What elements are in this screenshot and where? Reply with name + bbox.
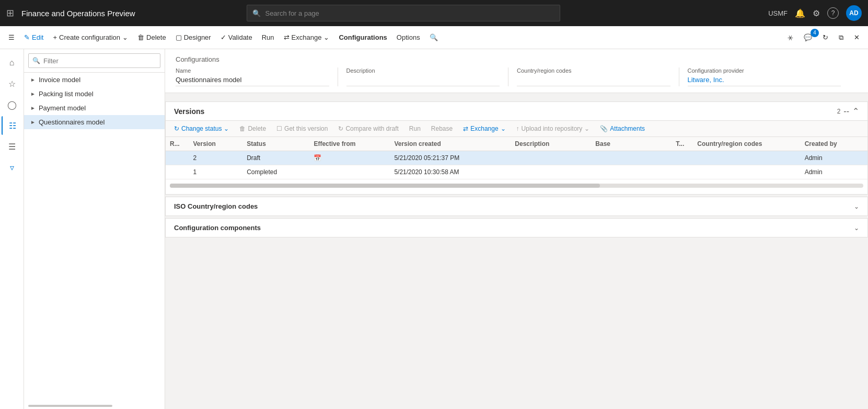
run-button[interactable]: Run (258, 31, 279, 43)
change-status-chevron: ⌄ (224, 125, 229, 132)
versions-table-body: 2 Draft 📅 5/21/2020 05:21:37 PM (166, 151, 867, 179)
compare-with-draft-button[interactable]: ↻ Compare with draft (334, 123, 402, 134)
search-box[interactable]: 🔍 Search for a page (247, 5, 560, 21)
versions-run-button[interactable]: Run (405, 123, 425, 134)
options-button[interactable]: Options (392, 31, 424, 43)
sidebar-recent[interactable]: ◯ (2, 95, 22, 114)
search-cmd-button[interactable]: 🔍 (425, 31, 442, 43)
versions-exchange-chevron: ⌄ (501, 125, 506, 132)
versions-exchange-icon: ⇄ (463, 125, 468, 132)
user-label: USMF (768, 9, 788, 17)
config-field-provider: Configuration provider Litware, Inc. (688, 67, 850, 86)
sidebar-favorites[interactable]: ☆ (2, 74, 22, 93)
config-provider-value[interactable]: Litware, Inc. (688, 76, 841, 86)
filter-input-wrap: 🔍 (28, 53, 160, 68)
tree-item-packing[interactable]: ► Packing list model (24, 87, 165, 101)
versions-collapse-icon[interactable]: ⌃ (852, 106, 859, 116)
configurations-button[interactable]: Configurations (334, 31, 391, 43)
versions-table-head: R... Version Status Effective from Versi… (166, 137, 867, 151)
cell-country-2 (693, 165, 800, 179)
attachments-button[interactable]: 📎 Attachments (596, 123, 649, 134)
rebase-button[interactable]: Rebase (427, 123, 457, 134)
refresh-button[interactable]: ↻ (818, 31, 832, 44)
delete-button[interactable]: 🗑 Delete (133, 31, 170, 43)
tree-panel: 🔍 ► Invoice model ► Packing list model ►… (24, 49, 165, 409)
main-content: Versions 2 -- ⌃ ↻ Change status ⌄ (165, 97, 868, 237)
chevron-down-icon: ⌄ (122, 33, 128, 41)
tree-item-questionnaires-label: Questionnaires model (39, 118, 105, 126)
designer-button[interactable]: ▢ Designer (171, 31, 215, 43)
compare-icon: ↻ (338, 125, 343, 132)
close-button[interactable]: ✕ (850, 31, 864, 44)
versions-delete-button[interactable]: 🗑 Delete (235, 123, 270, 134)
col-country-region: Country/region codes (693, 137, 800, 151)
exchange-icon: ⇄ (284, 33, 290, 41)
sidebar-active-item[interactable]: ☷ (2, 116, 22, 135)
close-icon: ✕ (854, 33, 860, 41)
table-row[interactable]: 2 Draft 📅 5/21/2020 05:21:37 PM (166, 151, 867, 165)
tree-chevron-questionnaires: ► (30, 119, 36, 125)
version-toolbar: ↻ Change status ⌄ 🗑 Delete ☐ Get this ve… (166, 121, 867, 137)
config-desc-value (346, 76, 500, 86)
sidebar-home[interactable]: ⌂ (2, 53, 22, 72)
col-effective-from: Effective from (309, 137, 390, 151)
cell-effective-from-2 (309, 165, 390, 179)
help-icon[interactable]: ? (827, 7, 839, 19)
cell-t-2 (672, 165, 693, 179)
hamburger-button[interactable]: ☰ (4, 31, 19, 43)
get-this-version-button[interactable]: ☐ Get this version (272, 123, 332, 134)
expand-button[interactable]: ⧉ (835, 31, 848, 44)
edit-button[interactable]: ✎ Edit (20, 31, 48, 43)
cell-t-1 (672, 151, 693, 165)
exchange-button[interactable]: ⇄ Exchange ⌄ (280, 31, 334, 43)
tree-item-questionnaires[interactable]: ► Questionnaires model (24, 115, 165, 129)
cell-version-created-2: 5/21/2020 10:30:58 AM (390, 165, 511, 179)
tree-chevron-payment: ► (30, 105, 36, 111)
table-row[interactable]: 1 Completed 5/21/2020 10:30:58 AM Admin (166, 165, 867, 179)
config-field-desc: Description (346, 67, 509, 86)
messages-badge: 4 (811, 29, 819, 37)
cell-version-2: 1 (189, 165, 242, 179)
config-components-collapse-icon: ⌄ (854, 224, 859, 232)
versions-section-header[interactable]: Versions 2 -- ⌃ (166, 102, 867, 121)
pin-button[interactable]: ⚹ (783, 31, 797, 44)
change-status-button[interactable]: ↻ Change status ⌄ (170, 123, 233, 134)
tree-item-invoice[interactable]: ► Invoice model (24, 73, 165, 87)
plus-icon: + (53, 33, 57, 41)
settings-icon[interactable]: ⚙ (813, 8, 820, 18)
sidebar-list[interactable]: ☰ (2, 137, 22, 156)
config-components-header[interactable]: Configuration components ⌄ (166, 219, 867, 237)
versions-exchange-button[interactable]: ⇄ Exchange ⌄ (459, 123, 510, 134)
config-components-title: Configuration components (174, 224, 261, 232)
upload-repository-button[interactable]: ↑ Upload into repository ⌄ (512, 123, 594, 134)
versions-section: Versions 2 -- ⌃ ↻ Change status ⌄ (165, 101, 868, 195)
refresh-icon: ↻ (823, 33, 828, 41)
config-desc-label: Description (346, 67, 500, 74)
tree-item-payment[interactable]: ► Payment model (24, 101, 165, 115)
cell-r-2 (166, 165, 189, 179)
versions-dash: -- (843, 107, 849, 116)
validate-button[interactable]: ✓ Validate (216, 31, 257, 43)
change-status-icon: ↻ (174, 125, 179, 132)
create-config-button[interactable]: + Create configuration ⌄ (49, 31, 132, 43)
col-status: Status (242, 137, 309, 151)
cell-created-by-2: Admin (801, 165, 867, 179)
search-icon: 🔍 (252, 9, 261, 17)
content-panel: Configurations Name Questionnaires model… (165, 49, 868, 409)
cell-description-2 (511, 165, 591, 179)
col-base: Base (591, 137, 672, 151)
notification-icon[interactable]: 🔔 (795, 8, 805, 18)
versions-table-container: R... Version Status Effective from Versi… (166, 137, 867, 179)
grid-icon[interactable]: ⊞ (6, 7, 14, 19)
h-scrollbar-thumb (170, 184, 600, 188)
h-scrollbar[interactable] (170, 184, 863, 188)
command-bar: ☰ ✎ Edit + Create configuration ⌄ 🗑 Dele… (0, 26, 868, 49)
iso-section-header[interactable]: ISO Country/region codes ⌄ (166, 197, 867, 215)
config-name-label: Name (176, 67, 329, 74)
designer-icon: ▢ (176, 33, 182, 41)
avatar[interactable]: AD (846, 5, 862, 21)
filter-input[interactable] (28, 53, 160, 68)
versions-delete-icon: 🗑 (239, 125, 246, 132)
cell-base-1 (591, 151, 672, 165)
sidebar-filter[interactable]: ▿ (2, 158, 22, 177)
